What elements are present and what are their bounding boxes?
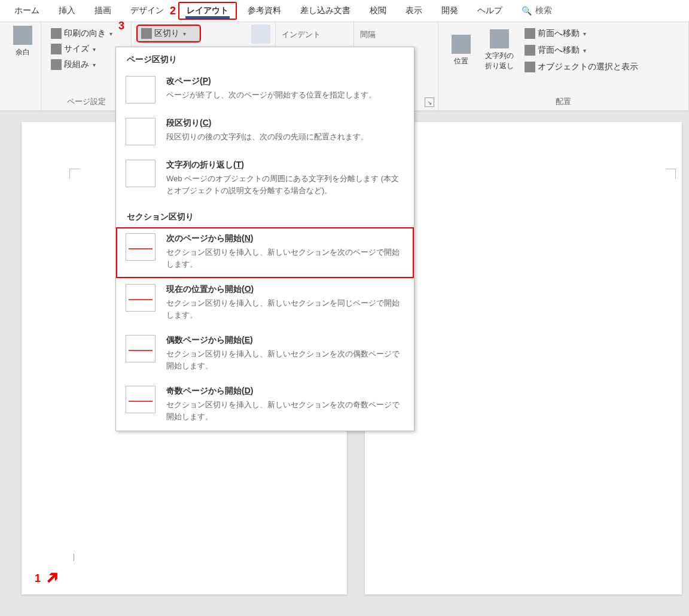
- tab-review[interactable]: 校閲: [361, 2, 395, 20]
- search-label: 検索: [535, 5, 552, 16]
- menu-item-description: 段区切りの後の文字列は、次の段の先頭に配置されます。: [166, 131, 368, 143]
- breaks-menu-item[interactable]: 奇数ページから開始(D)セクション区切りを挿入し、新しいセクションを次の奇数ペー…: [116, 380, 414, 431]
- margins-icon: [13, 26, 32, 45]
- columns-button[interactable]: 段組み▾: [47, 57, 125, 72]
- menu-item-description: ページが終了し、次のページが開始する位置を指定します。: [166, 89, 376, 101]
- ribbon-tabs: ホーム 挿入 描画 デザイン 2 レイアウト 参考資料 差し込み文書 校閲 表示…: [0, 0, 689, 22]
- bring-forward-button[interactable]: 前面へ移動▾: [521, 26, 642, 41]
- columns-icon: [51, 59, 62, 70]
- menu-item-title: 段区切り(C): [166, 118, 368, 129]
- menu-item-description: セクション区切りを挿入し、新しいセクションを次の奇数ページで開始します。: [166, 399, 404, 422]
- breaks-menu-item[interactable]: 改ページ(P)ページが終了し、次のページが開始する位置を指定します。: [116, 70, 414, 112]
- menu-item-title: 改ページ(P): [166, 76, 376, 87]
- paragraph-dialog-launcher[interactable]: ↘: [425, 97, 434, 107]
- menu-item-description: セクション区切りを挿入し、新しいセクションを同じページで開始します。: [166, 297, 404, 321]
- break-type-icon: [126, 386, 156, 413]
- line-numbers-icon: [251, 25, 270, 44]
- size-button[interactable]: サイズ▾: [47, 41, 125, 57]
- send-backward-button[interactable]: 背面へ移動▾: [521, 42, 642, 58]
- selection-pane-button[interactable]: オブジェクトの選択と表示: [521, 59, 642, 75]
- breaks-icon: [141, 28, 152, 39]
- chevron-down-icon: ▾: [93, 62, 96, 68]
- search-icon: 🔍: [522, 6, 532, 16]
- break-type-icon: [126, 160, 156, 187]
- breaks-menu-item[interactable]: 次のページから開始(N)セクション区切りを挿入し、新しいセクションを次のページで…: [116, 227, 414, 278]
- margin-corner: [69, 169, 80, 179]
- bring-forward-icon: [525, 28, 535, 39]
- break-type-icon: [126, 335, 156, 362]
- breaks-menu-item[interactable]: 段区切り(C)段区切りの後の文字列は、次の段の先頭に配置されます。: [116, 112, 414, 154]
- send-backward-icon: [525, 45, 535, 56]
- break-type-icon: [126, 284, 156, 312]
- chevron-down-icon: ▾: [183, 31, 186, 37]
- menu-item-title: 偶数ページから開始(E): [166, 335, 404, 346]
- menu-item-title: 次のページから開始(N): [166, 233, 404, 244]
- indent-label: インデント: [282, 26, 347, 42]
- menu-item-title: 文字列の折り返し(T): [166, 160, 404, 170]
- chevron-down-icon: ▾: [93, 46, 96, 53]
- callout-1: 1: [35, 572, 41, 585]
- size-icon: [51, 44, 62, 54]
- callout-3: 3: [118, 20, 124, 32]
- tab-help[interactable]: ヘルプ: [469, 2, 511, 20]
- margins-button[interactable]: 余白: [6, 26, 39, 57]
- tab-view[interactable]: 表示: [397, 2, 431, 20]
- tab-developer[interactable]: 開発: [433, 2, 467, 20]
- spacing-label: 間隔: [360, 26, 432, 42]
- dropdown-heading-section-breaks: セクション区切り: [116, 205, 414, 227]
- breaks-menu-item[interactable]: 文字列の折り返し(T)Web ページのオブジェクトの周囲にある文字列を分離します…: [116, 154, 414, 205]
- group-label-arrange: 配置: [444, 94, 682, 109]
- tab-draw[interactable]: 描画: [86, 2, 120, 20]
- breaks-menu-item[interactable]: 現在の位置から開始(O)セクション区切りを挿入し、新しいセクションを同じページで…: [116, 278, 414, 329]
- menu-item-description: セクション区切りを挿入し、新しいセクションを次の偶数ページで開始します。: [166, 348, 404, 371]
- break-type-icon: [126, 233, 156, 261]
- break-type-icon: [126, 118, 156, 145]
- menu-item-description: Web ページのオブジェクトの周囲にある文字列を分離します (本文とオブジェクト…: [166, 173, 404, 196]
- break-type-icon: [126, 76, 156, 103]
- cursor-mark: |: [73, 553, 75, 561]
- tab-insert[interactable]: 挿入: [50, 2, 84, 20]
- breaks-dropdown: ページ区切り 改ページ(P)ページが終了し、次のページが開始する位置を指定します…: [115, 47, 414, 431]
- dropdown-heading-page-breaks: ページ区切り: [116, 47, 414, 70]
- group-label-page-setup: ページ設定: [47, 94, 125, 109]
- orientation-icon: [51, 28, 62, 39]
- selection-icon: [525, 62, 535, 72]
- margin-corner: [666, 169, 676, 179]
- menu-item-title: 現在の位置から開始(O): [166, 284, 404, 295]
- chevron-down-icon: ▾: [109, 31, 112, 37]
- breaks-menu-item[interactable]: 偶数ページから開始(E)セクション区切りを挿入し、新しいセクションを次の偶数ペー…: [116, 329, 414, 380]
- tab-home[interactable]: ホーム: [6, 2, 48, 20]
- tab-references[interactable]: 参考資料: [239, 2, 289, 20]
- menu-item-description: セクション区切りを挿入し、新しいセクションを次のページで開始します。: [166, 246, 404, 270]
- wrap-text-button[interactable]: 文字列の折り返し: [483, 26, 516, 75]
- search-box[interactable]: 🔍 検索: [513, 2, 560, 20]
- tab-layout[interactable]: レイアウト: [178, 2, 237, 20]
- breaks-button[interactable]: 区切り▾: [138, 26, 200, 41]
- margins-label: 余白: [16, 47, 30, 57]
- chevron-down-icon: ▾: [583, 31, 586, 37]
- position-icon: [452, 35, 471, 54]
- position-button[interactable]: 位置: [444, 26, 478, 75]
- tab-mailings[interactable]: 差し込み文書: [292, 2, 359, 20]
- wrap-icon: [490, 29, 509, 48]
- chevron-down-icon: ▾: [583, 47, 586, 54]
- tab-design[interactable]: デザイン: [122, 2, 172, 20]
- menu-item-title: 奇数ページから開始(D): [166, 386, 404, 397]
- orientation-button[interactable]: 印刷の向き▾: [47, 26, 125, 41]
